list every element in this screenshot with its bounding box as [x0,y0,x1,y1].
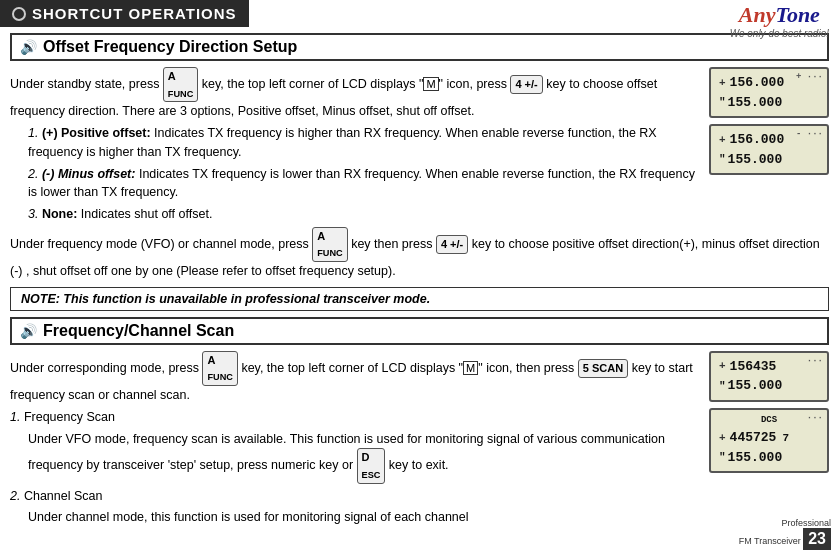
key-4plus-1: 4 +/- [510,75,542,94]
section1-item3: 3. None: Indicates shut off offset. [10,205,829,224]
section2-item1-title: 1. Frequency Scan [10,408,829,427]
lcd-indicator-1: + ··· [796,71,823,85]
lcd-line2-4: " 155.000 [719,448,819,468]
logo-any: Any [739,2,776,27]
lcd-display-1: + ··· + 156.000 " 155.000 - ··· + 156.00… [709,67,829,181]
section2-body: ··· + 156435 " 155.000 ··· DCS + 44 [10,351,829,527]
lcd-plus-4: + [719,430,726,447]
circle-icon [12,7,26,21]
lcd-freq2-3: 155.000 [728,376,783,396]
key-afunc-3: AFUNC [202,351,237,386]
speaker-icon-2: 🔊 [20,323,37,339]
item2-label: (-) Minus offset: [42,167,136,181]
logo-slogan: We only do best radio! [730,28,829,39]
lcd-num-4: 7 [782,430,789,447]
lcd-dcs-label: DCS [719,414,819,428]
lcd-line2-3: " 155.000 [719,376,819,396]
lcd-freq1-3: 156435 [730,357,777,377]
logo-area: AnyTone We only do best radio! [730,0,829,39]
section1-title: Offset Frequency Direction Setup [43,38,297,56]
lcd-freq2-4: 155.000 [728,448,783,468]
section2-title: Frequency/Channel Scan [43,322,234,340]
header-bar: SHORTCUT OPERATIONS [0,0,249,27]
lcd-indicator-3: ··· [807,355,823,369]
lcd-freq2-1: 155.000 [728,93,783,113]
item3-label: None: [42,207,77,221]
lcd-line1-4: + 445725 7 [719,428,819,448]
key-4plus-2: 4 +/- [436,235,468,254]
logo-anytone: AnyTone [730,2,829,28]
key-desc: DESC [357,448,386,483]
logo-tone: Tone [775,2,819,27]
lcd-box-3: ··· + 156435 " 155.000 [709,351,829,402]
section2: 🔊 Frequency/Channel Scan ··· + 156435 " … [10,317,829,527]
section1-para1: Under standby state, press AFUNC key, th… [10,67,829,121]
item1-label: (+) Positive offset: [42,126,151,140]
lcd-line2-2: " 155.000 [719,150,819,170]
lcd-indicator-2: - ··· [796,128,823,142]
section2-item2-title: 2. Channel Scan [10,487,829,506]
section1-item1: 1. (+) Positive offset: Indicates TX fre… [10,124,829,162]
note-box: NOTE: This function is unavailable in pr… [10,287,829,311]
main-content: 🔊 Offset Frequency Direction Setup + ···… [0,27,839,536]
lcd-plus-1: + [719,75,726,92]
lcd-freq1-2: 156.000 [730,130,785,150]
lcd-display-2: ··· + 156435 " 155.000 ··· DCS + 44 [709,351,829,480]
lcd-line2-1: " 155.000 [719,93,819,113]
key-afunc-1: AFUNC [163,67,198,102]
lcd-freq1-4: 445725 [730,428,777,448]
lcd-freq2-2: 155.000 [728,150,783,170]
section1-vfo-para: Under frequency mode (VFO) or channel mo… [10,227,829,281]
lcd-quote-2: " [719,151,726,168]
footer-line1: Professional [781,518,831,528]
section2-item1-desc: Under VFO mode, frequency scan is availa… [10,430,829,484]
lcd-quote-3: " [719,378,726,395]
lcd-plus-2: + [719,132,726,149]
section1-heading: 🔊 Offset Frequency Direction Setup [10,33,829,61]
key-5scan: 5 SCAN [578,359,628,378]
note-text: This function is unavailable in professi… [60,292,430,306]
lcd-freq1-1: 156.000 [730,73,785,93]
page-number: 23 [803,528,831,550]
section1-body: + ··· + 156.000 " 155.000 - ··· + 156.00… [10,67,829,281]
footer-line2: FM Transceiver [739,536,801,546]
note-label: NOTE: [21,292,60,306]
lcd-quote-4: " [719,449,726,466]
speaker-icon: 🔊 [20,39,37,55]
lcd-box-1: + ··· + 156.000 " 155.000 [709,67,829,118]
header-title: SHORTCUT OPERATIONS [32,5,237,22]
lcd-line1-3: + 156435 [719,357,819,377]
lcd-box-4: ··· DCS + 445725 7 " 155.000 [709,408,829,474]
icon-m-1: M [423,77,438,91]
page-footer: Professional FM Transceiver 23 [739,518,831,550]
section2-heading: 🔊 Frequency/Channel Scan [10,317,829,345]
lcd-quote-1: " [719,94,726,111]
section2-para1: Under corresponding mode, press AFUNC ke… [10,351,829,405]
section1-item2: 2. (-) Minus offset: Indicates TX freque… [10,165,829,203]
key-afunc-2: AFUNC [312,227,347,262]
lcd-plus-3: + [719,358,726,375]
lcd-indicator-4: ··· [807,412,823,426]
section2-item2-desc: Under channel mode, this function is use… [10,508,829,527]
icon-m-2: M [463,361,478,375]
lcd-box-2: - ··· + 156.000 " 155.000 [709,124,829,175]
